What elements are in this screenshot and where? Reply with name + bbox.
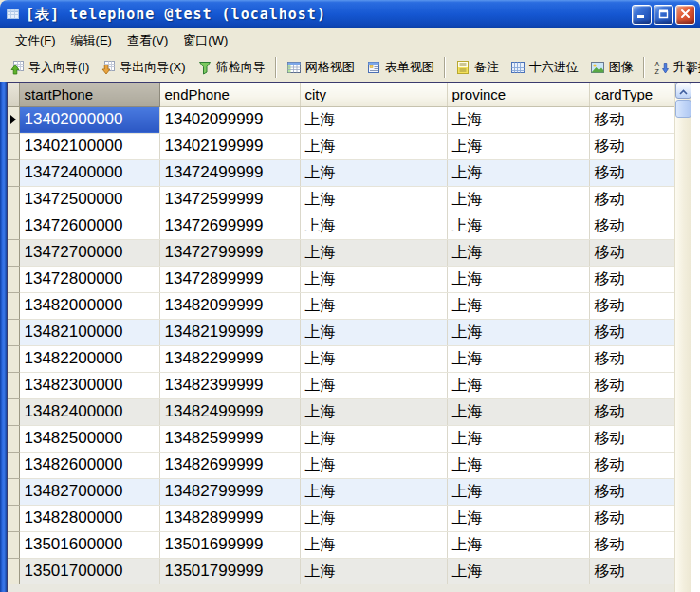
cell-endPhone[interactable]: 13472899999 (159, 266, 300, 292)
cell-endPhone[interactable]: 13482099999 (159, 292, 300, 319)
cell-cardType[interactable]: 移动 (589, 372, 675, 398)
cell-city[interactable]: 上海 (300, 292, 447, 319)
cell-province[interactable]: 上海 (447, 452, 589, 478)
grid-view-button[interactable]: 网格视图 (282, 56, 359, 79)
cell-cardType[interactable]: 移动 (589, 266, 675, 292)
cell-cardType[interactable]: 移动 (589, 505, 675, 531)
cell-startPhone[interactable]: 13402100000 (19, 133, 159, 159)
cell-startPhone[interactable]: 13482400000 (19, 398, 159, 425)
row-selector[interactable] (8, 186, 19, 213)
cell-startPhone[interactable]: 13501600000 (19, 531, 159, 558)
row-selector[interactable] (8, 452, 19, 478)
cell-endPhone[interactable]: 13482699999 (159, 452, 300, 478)
cell-startPhone[interactable]: 13402000000 (19, 106, 159, 133)
cell-city[interactable]: 上海 (300, 531, 447, 558)
cell-startPhone[interactable]: 13472500000 (19, 186, 159, 213)
scroll-up-button[interactable] (675, 83, 691, 99)
cell-startPhone[interactable]: 13482100000 (19, 319, 159, 345)
cell-startPhone[interactable]: 13472600000 (19, 213, 159, 239)
cell-endPhone[interactable]: 13482599999 (159, 425, 300, 452)
image-button[interactable]: 图像 (585, 56, 638, 79)
cell-city[interactable]: 上海 (300, 106, 447, 133)
cell-city[interactable]: 上海 (300, 372, 447, 398)
cell-province[interactable]: 上海 (447, 478, 589, 505)
row-selector[interactable] (8, 345, 19, 372)
cell-cardType[interactable]: 移动 (589, 106, 675, 133)
menu-file[interactable]: 文件(F) (8, 29, 64, 52)
row-selector[interactable] (8, 319, 19, 345)
cell-city[interactable]: 上海 (300, 505, 447, 531)
cell-endPhone[interactable]: 13472499999 (159, 159, 300, 186)
toolbar-overflow-button[interactable]: » ▾ (683, 55, 696, 80)
menu-edit[interactable]: 编辑(E) (64, 29, 120, 52)
maximize-button[interactable] (654, 5, 673, 25)
hex-button[interactable]: 十六进位 (506, 56, 583, 79)
memo-button[interactable]: 备注 (451, 56, 504, 79)
row-selector[interactable] (8, 266, 19, 292)
cell-endPhone[interactable]: 13501699999 (159, 531, 300, 558)
cell-province[interactable]: 上海 (447, 266, 589, 292)
cell-startPhone[interactable]: 13472700000 (19, 239, 159, 266)
cell-cardType[interactable]: 移动 (589, 425, 675, 452)
cell-cardType[interactable]: 移动 (589, 319, 675, 345)
cell-city[interactable]: 上海 (300, 319, 447, 345)
cell-startPhone[interactable]: 13472800000 (19, 266, 159, 292)
cell-endPhone[interactable]: 13472699999 (159, 213, 300, 239)
cell-province[interactable]: 上海 (447, 398, 589, 425)
minimize-button[interactable] (632, 5, 652, 25)
cell-startPhone[interactable]: 13472400000 (19, 159, 159, 186)
filter-wizard-button[interactable]: 筛检向导 (193, 56, 270, 79)
row-selector[interactable] (8, 159, 19, 186)
cell-province[interactable]: 上海 (447, 558, 589, 584)
row-selector[interactable] (8, 292, 19, 319)
cell-cardType[interactable]: 移动 (589, 478, 675, 505)
cell-endPhone[interactable]: 13482299999 (159, 345, 300, 372)
cell-city[interactable]: 上海 (300, 452, 447, 478)
menu-window[interactable]: 窗口(W) (175, 29, 235, 52)
row-selector[interactable] (8, 133, 19, 159)
cell-endPhone[interactable]: 13482199999 (159, 319, 300, 345)
cell-startPhone[interactable]: 13482600000 (19, 452, 159, 478)
cell-startPhone[interactable]: 13482300000 (19, 372, 159, 398)
cell-province[interactable]: 上海 (447, 319, 589, 345)
column-header-province[interactable]: province (447, 83, 589, 106)
row-selector[interactable] (8, 531, 19, 558)
cell-cardType[interactable]: 移动 (589, 531, 675, 558)
scrollbar-thumb[interactable] (675, 100, 691, 118)
column-header-endPhone[interactable]: endPhone (159, 83, 300, 106)
cell-province[interactable]: 上海 (447, 213, 589, 239)
cell-province[interactable]: 上海 (447, 345, 589, 372)
cell-city[interactable]: 上海 (300, 425, 447, 452)
cell-cardType[interactable]: 移动 (589, 345, 675, 372)
row-selector[interactable] (8, 372, 19, 398)
cell-cardType[interactable]: 移动 (589, 186, 675, 213)
cell-cardType[interactable]: 移动 (589, 452, 675, 478)
cell-city[interactable]: 上海 (300, 345, 447, 372)
cell-province[interactable]: 上海 (447, 239, 589, 266)
cell-endPhone[interactable]: 13482799999 (159, 478, 300, 505)
cell-endPhone[interactable]: 13501799999 (159, 558, 300, 584)
export-wizard-button[interactable]: 导出向导(X) (96, 56, 190, 79)
cell-startPhone[interactable]: 13482700000 (19, 478, 159, 505)
cell-province[interactable]: 上海 (447, 292, 589, 319)
cell-province[interactable]: 上海 (447, 425, 589, 452)
column-header-startPhone[interactable]: startPhone (19, 83, 159, 106)
cell-city[interactable]: 上海 (300, 239, 447, 266)
cell-endPhone[interactable]: 13482399999 (159, 372, 300, 398)
row-selector[interactable] (8, 425, 19, 452)
cell-city[interactable]: 上海 (300, 398, 447, 425)
form-view-button[interactable]: 表单视图 (361, 56, 439, 79)
cell-cardType[interactable]: 移动 (589, 159, 675, 186)
cell-endPhone[interactable]: 13402199999 (159, 133, 300, 159)
import-wizard-button[interactable]: 导入向导(I) (5, 56, 94, 79)
cell-cardType[interactable]: 移动 (589, 239, 675, 266)
row-selector[interactable] (8, 505, 19, 531)
row-selector[interactable] (8, 213, 19, 239)
cell-cardType[interactable]: 移动 (589, 133, 675, 159)
cell-endPhone[interactable]: 13482499999 (159, 398, 300, 425)
cell-city[interactable]: 上海 (300, 558, 447, 584)
cell-province[interactable]: 上海 (447, 531, 589, 558)
cell-province[interactable]: 上海 (447, 186, 589, 213)
cell-province[interactable]: 上海 (447, 505, 589, 531)
cell-cardType[interactable]: 移动 (589, 558, 675, 584)
